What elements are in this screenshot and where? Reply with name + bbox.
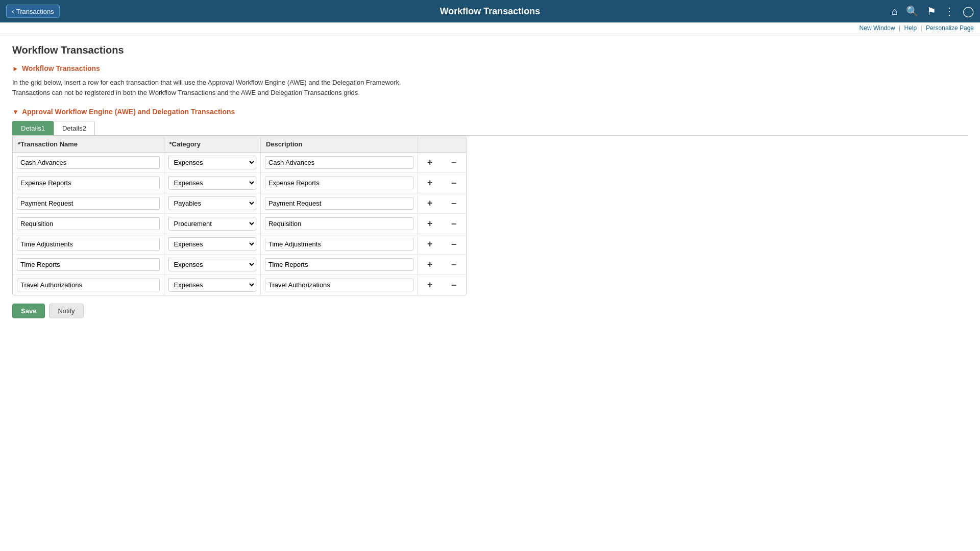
add-row-button-6[interactable]: + — [424, 279, 436, 291]
description-input-5[interactable] — [265, 258, 413, 271]
table-row: ExpensesPayablesProcurementReceivablesTr… — [13, 193, 466, 214]
separator1: | — [899, 24, 900, 32]
grid-section-expand-arrow: ▼ — [12, 108, 19, 116]
grid-section-header-label: Approval Workflow Engine (AWE) and Deleg… — [22, 108, 235, 116]
remove-row-button-4[interactable]: – — [448, 238, 459, 251]
tab-details2[interactable]: Details2 — [54, 121, 95, 135]
back-label: Transactions — [16, 8, 54, 15]
page-title: Workflow Transactions — [12, 44, 968, 56]
col-header-transaction-name: *Transaction Name — [13, 136, 164, 153]
workflow-transactions-section-header[interactable]: ► Workflow Transactions — [12, 64, 968, 72]
more-icon[interactable]: ⋮ — [944, 5, 954, 17]
top-bar-icons: ⌂ 🔍 ⚑ ⋮ ◯ — [892, 5, 974, 17]
col-header-remove — [442, 136, 466, 153]
back-button[interactable]: ‹ Transactions — [6, 5, 60, 18]
page-header-title: Workflow Transactions — [440, 6, 541, 17]
table-header-row: *Transaction Name *Category Description — [13, 136, 466, 153]
page-content: Workflow Transactions ► Workflow Transac… — [0, 34, 980, 329]
section-expand-arrow: ► — [12, 65, 19, 72]
personalize-page-link[interactable]: Personalize Page — [926, 24, 974, 32]
grid-section-header[interactable]: ▼ Approval Workflow Engine (AWE) and Del… — [12, 108, 968, 116]
bottom-actions: Save Notify — [12, 304, 968, 318]
col-header-add — [418, 136, 442, 153]
add-row-button-5[interactable]: + — [424, 258, 436, 271]
help-link[interactable]: Help — [904, 24, 917, 32]
flag-icon[interactable]: ⚑ — [927, 5, 936, 17]
table-row: ExpensesPayablesProcurementReceivablesTr… — [13, 153, 466, 173]
transaction-name-input-0[interactable] — [17, 156, 160, 169]
transaction-name-input-3[interactable] — [17, 217, 160, 230]
col-header-category: *Category — [164, 136, 260, 153]
description-text: In the grid below, insert a row for each… — [12, 78, 421, 97]
category-select-0[interactable]: ExpensesPayablesProcurementReceivablesTr… — [168, 156, 256, 169]
table-row: ExpensesPayablesProcurementReceivablesTr… — [13, 173, 466, 193]
add-row-button-3[interactable]: + — [424, 217, 436, 230]
chevron-left-icon: ‹ — [12, 7, 14, 15]
search-icon[interactable]: 🔍 — [906, 5, 919, 17]
table-body: ExpensesPayablesProcurementReceivablesTr… — [13, 153, 466, 295]
description-input-0[interactable] — [265, 156, 413, 169]
transactions-table: *Transaction Name *Category Description … — [13, 136, 466, 295]
remove-row-button-2[interactable]: – — [448, 197, 459, 210]
secondary-nav: New Window | Help | Personalize Page — [0, 22, 980, 34]
user-circle-icon[interactable]: ◯ — [963, 5, 974, 17]
description-input-3[interactable] — [265, 217, 413, 230]
category-select-5[interactable]: ExpensesPayablesProcurementReceivablesTr… — [168, 258, 256, 271]
grid-container: *Transaction Name *Category Description … — [12, 136, 467, 295]
category-select-1[interactable]: ExpensesPayablesProcurementReceivablesTr… — [168, 176, 256, 190]
top-bar: ‹ Transactions Workflow Transactions ⌂ 🔍… — [0, 0, 980, 22]
separator2: | — [920, 24, 922, 32]
transaction-name-input-1[interactable] — [17, 177, 160, 189]
remove-row-button-1[interactable]: – — [448, 177, 459, 189]
table-row: ExpensesPayablesProcurementReceivablesTr… — [13, 234, 466, 255]
tab-details1[interactable]: Details1 — [12, 121, 54, 135]
remove-row-button-0[interactable]: – — [448, 156, 459, 169]
top-bar-left: ‹ Transactions — [6, 5, 60, 18]
category-select-6[interactable]: ExpensesPayablesProcurementReceivablesTr… — [168, 278, 256, 292]
add-row-button-0[interactable]: + — [424, 156, 436, 169]
description-input-6[interactable] — [265, 279, 413, 291]
category-select-3[interactable]: ExpensesPayablesProcurementReceivablesTr… — [168, 217, 256, 231]
description-input-1[interactable] — [265, 177, 413, 189]
home-icon[interactable]: ⌂ — [892, 6, 898, 17]
table-row: ExpensesPayablesProcurementReceivablesTr… — [13, 255, 466, 275]
remove-row-button-5[interactable]: – — [448, 258, 459, 271]
section-header-label: Workflow Transactions — [22, 64, 100, 72]
transaction-name-input-6[interactable] — [17, 279, 160, 291]
transaction-name-input-2[interactable] — [17, 197, 160, 210]
remove-row-button-6[interactable]: – — [448, 279, 459, 291]
add-row-button-4[interactable]: + — [424, 238, 436, 251]
category-select-4[interactable]: ExpensesPayablesProcurementReceivablesTr… — [168, 237, 256, 251]
table-row: ExpensesPayablesProcurementReceivablesTr… — [13, 275, 466, 295]
transaction-name-input-5[interactable] — [17, 258, 160, 271]
category-select-2[interactable]: ExpensesPayablesProcurementReceivablesTr… — [168, 196, 256, 210]
remove-row-button-3[interactable]: – — [448, 217, 459, 230]
tabs-container: Details1 Details2 — [12, 121, 968, 136]
col-header-description: Description — [260, 136, 418, 153]
transaction-name-input-4[interactable] — [17, 238, 160, 251]
add-row-button-2[interactable]: + — [424, 197, 436, 210]
description-input-2[interactable] — [265, 197, 413, 210]
add-row-button-1[interactable]: + — [424, 177, 436, 189]
table-row: ExpensesPayablesProcurementReceivablesTr… — [13, 214, 466, 234]
notify-button[interactable]: Notify — [49, 304, 83, 318]
description-input-4[interactable] — [265, 238, 413, 251]
save-button[interactable]: Save — [12, 304, 45, 318]
new-window-link[interactable]: New Window — [860, 24, 895, 32]
